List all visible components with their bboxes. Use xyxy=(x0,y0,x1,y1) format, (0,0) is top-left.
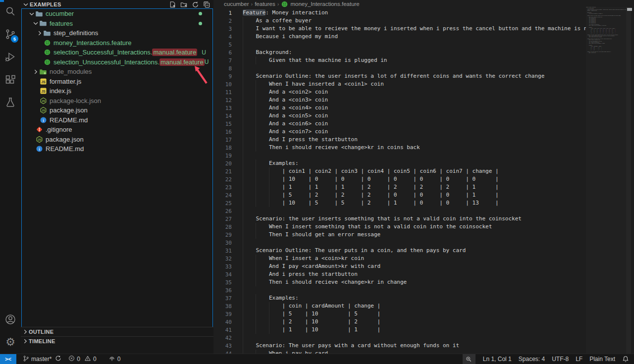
tree-item-README.md[interactable]: iREADME.md xyxy=(22,115,212,125)
code-line[interactable]: 10 When I have inserted a <coin1> coin xyxy=(213,80,586,88)
code-line[interactable]: 13 And a <coin4> coin xyxy=(213,104,586,112)
tree-item-formatter.js[interactable]: JSformatter.js xyxy=(22,77,212,87)
code-line[interactable]: 41 | 1 | 10 | 1 | xyxy=(213,326,586,334)
code-line[interactable]: 29 Then I should get an error message xyxy=(213,231,586,239)
chevron-down-icon[interactable] xyxy=(32,19,39,27)
activity-item-testing[interactable] xyxy=(0,91,21,114)
timeline-pane-header[interactable]: TIMELINE xyxy=(21,336,213,345)
collapse-all-icon[interactable] xyxy=(203,0,211,8)
tree-item-package-lock.json[interactable]: JSpackage-lock.json xyxy=(22,96,212,106)
code-line[interactable]: 7 Given that the machine is plugged in xyxy=(213,56,586,64)
tree-item-README.md[interactable]: iREADME.md xyxy=(22,144,212,154)
code-line[interactable]: 21 | coin1 | coin2 | coin3 | coin4 | coi… xyxy=(213,167,586,175)
tree-item-index.js[interactable]: JSindex.js xyxy=(22,86,212,96)
code-line[interactable]: 4 Because i changed my mind xyxy=(213,33,586,41)
code-line[interactable]: 31 Scenario Outline: The user puts in a … xyxy=(213,247,586,255)
code-line[interactable]: 23 | 1 | 1 | 1 | 2 | 2 | 2 | 2 | 1 | xyxy=(213,183,586,191)
code-line[interactable]: 2 As a coffee buyer xyxy=(213,17,586,25)
code-line[interactable]: 35 Then i should recieve <change>kr in c… xyxy=(213,278,586,286)
code-line[interactable]: 8 xyxy=(213,64,586,72)
word-highlight: Feature xyxy=(243,9,265,16)
code-line[interactable]: 44 When i pay by card xyxy=(213,350,586,354)
code-line[interactable]: 5 xyxy=(213,41,586,49)
activity-item-extensions[interactable] xyxy=(0,68,21,91)
code-line[interactable]: 17 And I press the startbutton xyxy=(213,136,586,144)
zoom-indicator[interactable] xyxy=(463,354,476,364)
breadcrumb-item[interactable]: money_Interactions.feature xyxy=(281,0,359,8)
code-line[interactable]: 28 When I insert something that is not a… xyxy=(213,223,586,231)
indentation-status[interactable]: Spaces: 4 xyxy=(515,354,548,364)
chevron-right-icon[interactable] xyxy=(32,68,39,76)
activity-item-run-debug[interactable] xyxy=(0,46,21,68)
tree-item-step_definitions[interactable]: step_definitions xyxy=(22,28,212,38)
code-line[interactable]: 40 | 2 | 10 | 2 | xyxy=(213,318,586,326)
code-line[interactable]: 22 | 10 | 0 | 0 | 0 | 0 | 0 | 0 | 0 | xyxy=(213,175,586,183)
warning-count: 0 xyxy=(93,356,97,363)
code-line[interactable]: 39 | 5 | 10 | 5 | xyxy=(213,310,586,318)
code-line[interactable]: 16 And a <coin7> coin xyxy=(213,128,586,136)
chevron-down-icon[interactable] xyxy=(28,10,35,18)
activity-item-settings[interactable]: ⚙ xyxy=(0,331,21,354)
code-line[interactable]: 24 | 5 | 2 | 2 | 2 | 0 | 0 | 0 | 1 | xyxy=(213,191,586,199)
outline-pane-header[interactable]: OUTLINE xyxy=(21,327,213,336)
code-line[interactable]: 18 Then i should recieve <change>kr in c… xyxy=(213,144,586,152)
code-line[interactable]: 36 xyxy=(213,286,586,294)
new-folder-icon[interactable] xyxy=(180,0,188,8)
code-line[interactable]: 27 Scenario: the user inserts something … xyxy=(213,215,586,223)
code-line[interactable]: 20 Examples: xyxy=(213,159,586,167)
tree-item-money_Interactions.feature[interactable]: money_Interactions.feature xyxy=(22,38,212,48)
git-branch-status[interactable]: master* xyxy=(19,354,65,364)
code-line[interactable]: 37 Examples: xyxy=(213,294,586,302)
code-line[interactable]: 19 xyxy=(213,152,586,159)
tree-item-features[interactable]: features xyxy=(22,19,212,29)
eol-status[interactable]: LF xyxy=(572,354,586,364)
code-line[interactable]: 34 And i press the startbutton xyxy=(213,270,586,278)
code-line[interactable]: 30 xyxy=(213,239,586,247)
tree-item-label: money_Interactions.feature xyxy=(53,39,132,47)
encoding-status[interactable]: UTF-8 xyxy=(548,354,572,364)
code-line[interactable]: 9 Scenario Outline: the user inserts a l… xyxy=(213,72,586,80)
code-line[interactable]: 15 And a <coin6> coin xyxy=(213,120,586,128)
breadcrumb-item[interactable]: features xyxy=(255,1,275,7)
tree-item-cucumber[interactable]: cucumber xyxy=(22,9,212,19)
code-line[interactable]: 32 When I insert a <coin>kr coin xyxy=(213,255,586,262)
refresh-icon[interactable] xyxy=(191,0,199,8)
breadcrumb-item[interactable]: cucumber xyxy=(224,1,249,7)
cursor-position[interactable]: Ln 1, Col 1 xyxy=(479,354,515,364)
activity-item-source-control[interactable]: 5 xyxy=(0,23,21,46)
activity-item-search[interactable] xyxy=(0,0,21,23)
twistie-spacer xyxy=(36,39,43,47)
tree-item-package.json[interactable]: JSpackage.json xyxy=(22,135,212,145)
code-line[interactable]: 12 And a <coin3> coin xyxy=(213,96,586,104)
line-number: 10 xyxy=(213,81,232,88)
ports-status[interactable]: 0 xyxy=(105,354,124,364)
code-line[interactable]: 3 I want to be able to recieve the money… xyxy=(213,25,586,33)
tree-item-selection_Successful_Interactions.manual.feature[interactable]: selection_Successful_Interactions.manual… xyxy=(22,48,212,57)
code-line[interactable]: 14 And a <coin5> coin xyxy=(213,112,586,120)
language-mode[interactable]: Plain Text xyxy=(586,354,619,364)
code-line[interactable]: 42 xyxy=(213,334,586,342)
tree-item-node_modules[interactable]: node_modules xyxy=(22,67,212,77)
chevron-down-icon[interactable] xyxy=(22,0,29,8)
code-line[interactable]: 6 Background: xyxy=(213,49,586,56)
remote-indicator[interactable]: >< xyxy=(0,354,16,364)
tree-item-selection_Unsuccessful_Interactions.manual.feature[interactable]: selection_Unsuccessful_Interactions.manu… xyxy=(22,57,212,67)
problems-status[interactable]: 0 0 xyxy=(65,354,100,364)
code-line[interactable]: 43 Scenario: The user pays with a card w… xyxy=(213,342,586,350)
activity-item-account[interactable] xyxy=(0,308,21,331)
code-line[interactable]: 11 And a <coin2> coin xyxy=(213,88,586,96)
new-file-icon[interactable] xyxy=(168,0,176,8)
code-line[interactable]: 25 | 10 | 5 | 5 | 2 | 1 | 0 | 0 | 13 | xyxy=(213,199,586,207)
scrollbar[interactable] xyxy=(626,7,631,354)
code-area[interactable]: 1Feature: Money interaction2 As a coffee… xyxy=(213,9,586,354)
code-line[interactable]: 26 xyxy=(213,207,586,215)
code-line[interactable]: 33 And I pay <cardAmount>kr with card xyxy=(213,262,586,270)
code-line[interactable]: 1Feature: Money interaction xyxy=(213,9,586,17)
notifications-bell[interactable] xyxy=(619,354,634,364)
chevron-right-icon[interactable] xyxy=(36,29,43,37)
tree-item-.gitignore[interactable]: .gitignore xyxy=(22,125,212,135)
tree-item-package.json[interactable]: JSpackage.json xyxy=(22,105,212,115)
tree-item-label: README.md xyxy=(46,145,84,153)
minimap[interactable]: Feature: Money interaction As a coffee b… xyxy=(586,7,626,354)
code-line[interactable]: 38 | coin | cardAmount | change | xyxy=(213,302,586,310)
